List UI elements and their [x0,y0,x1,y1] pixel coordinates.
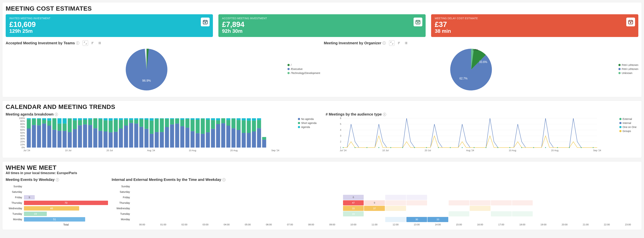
heat-day-label: Tuesday [112,211,132,216]
svg-text:Sep '24: Sep '24 [593,149,601,152]
sort-desc-button[interactable] [396,40,402,46]
info-icon[interactable]: i [222,178,226,181]
heat-cell [406,184,427,189]
when-we-meet-panel: WHEN WE MEET All times in your local tim… [2,161,642,230]
svg-text:6: 6 [340,117,341,120]
svg-rect-108 [144,118,148,120]
svg-rect-90 [114,118,118,120]
heat-cell [301,217,322,222]
legend-item[interactable]: Unknown [618,72,638,74]
heat-cell [428,195,448,200]
heat-day-label: Thursday [112,200,132,206]
svg-point-214 [545,147,546,148]
svg-text:60%: 60% [20,129,25,131]
svg-rect-63 [68,118,72,119]
heat-cell [449,189,470,194]
heat-cell [343,217,364,222]
heat-cell [238,200,258,205]
heat-cell [132,189,152,194]
legend-item[interactable]: No agenda [298,117,316,121]
svg-rect-101 [134,120,138,124]
svg-rect-111 [150,118,154,121]
svg-point-20 [405,42,405,43]
heat-cell: 6 [343,195,364,200]
section-title-trends: CALENDAR AND MEETING TRENDS [6,103,638,110]
card-delay-estimate: MEETING DELAY COST ESTIMATE £37 38 min [431,14,638,37]
svg-point-17 [98,44,99,44]
hour-label: 15:00 [449,223,470,226]
svg-point-203 [414,147,415,148]
svg-rect-49 [47,126,51,148]
line-chart: 654321 Jul '2410 Jul20 JulAug '2410 Aug2… [326,116,638,153]
heat-cell [406,189,427,194]
svg-point-198 [354,147,356,148]
sort-desc-button[interactable] [90,40,96,46]
heat-cell [533,211,554,216]
card-label: MEETING DELAY COST ESTIMATE [435,17,635,20]
svg-rect-57 [58,118,62,124]
heat-cell [153,200,174,205]
legend-item[interactable]: Petri Lehtonen [618,68,638,70]
svg-text:20 Aug: 20 Aug [551,149,559,152]
legend-item[interactable]: / [288,64,320,66]
svg-point-205 [438,147,439,148]
heat-cell [195,217,216,222]
heat-cell [174,189,195,194]
info-icon[interactable]: i [55,113,58,116]
svg-rect-112 [155,132,159,148]
svg-rect-61 [68,132,72,148]
heat-cell [491,200,512,205]
svg-text:20%: 20% [20,140,25,143]
expand-button[interactable] [389,40,394,46]
svg-text:70%: 70% [20,126,25,128]
svg-rect-164 [242,120,246,133]
list-button[interactable] [97,40,103,46]
legend-item[interactable]: External [619,117,636,121]
legend-item[interactable]: Internal [619,122,636,125]
legend-item[interactable]: /Technology/Development [288,72,320,74]
svg-rect-122 [170,119,174,125]
heat-cell [618,195,638,200]
info-icon[interactable]: i [56,178,59,181]
heat-cell [575,206,596,211]
heat-cell [618,184,638,189]
heat-cell [512,217,533,222]
legend-item[interactable]: /Executive [288,68,320,70]
expand-button[interactable] [82,40,88,46]
stacked-bar-chart: 100%90%80%70%60%50%40%30%20%10%0% Jul '2… [6,116,318,153]
heat-cell: 19 [343,211,364,216]
svg-point-211 [509,147,510,148]
card-invited-investment: INVITED MEETING INVESTMENT £10,609 129h … [6,14,213,37]
legend-item[interactable]: Groups [619,130,636,133]
hour-label: 17:00 [491,223,512,226]
svg-rect-171 [252,118,256,121]
svg-rect-80 [98,119,102,131]
svg-text:Jul '24: Jul '24 [24,149,30,152]
info-icon[interactable]: i [382,41,386,45]
chart-title-text: Accepted Meeting Investment by Teams [6,41,75,45]
heat-cell [512,200,533,205]
legend-item[interactable]: One on One [619,126,636,129]
heat-cell [470,206,490,211]
svg-rect-145 [211,129,215,148]
legend-item[interactable]: Agenda [298,126,316,129]
svg-rect-130 [186,128,190,148]
legend-item[interactable]: Short agenda [298,122,316,125]
section-title-when: WHEN WE MEET [6,164,638,171]
svg-rect-147 [211,118,215,120]
info-icon[interactable]: i [76,41,79,45]
legend-item[interactable]: Petri Lehtonen [618,64,638,66]
svg-text:100%: 100% [19,117,25,120]
svg-rect-155 [226,120,230,126]
heat-cell [364,217,385,222]
hour-label: 08:00 [301,223,322,226]
heat-cell [280,217,300,222]
heat-cell [280,189,300,194]
info-icon[interactable]: i [383,113,386,116]
weekday-label: Tuesday [6,211,24,216]
list-button[interactable] [404,40,409,46]
heat-cell [195,195,216,200]
heat-cell [216,189,237,194]
heat-cell [343,189,364,194]
heat-cell [596,206,617,211]
